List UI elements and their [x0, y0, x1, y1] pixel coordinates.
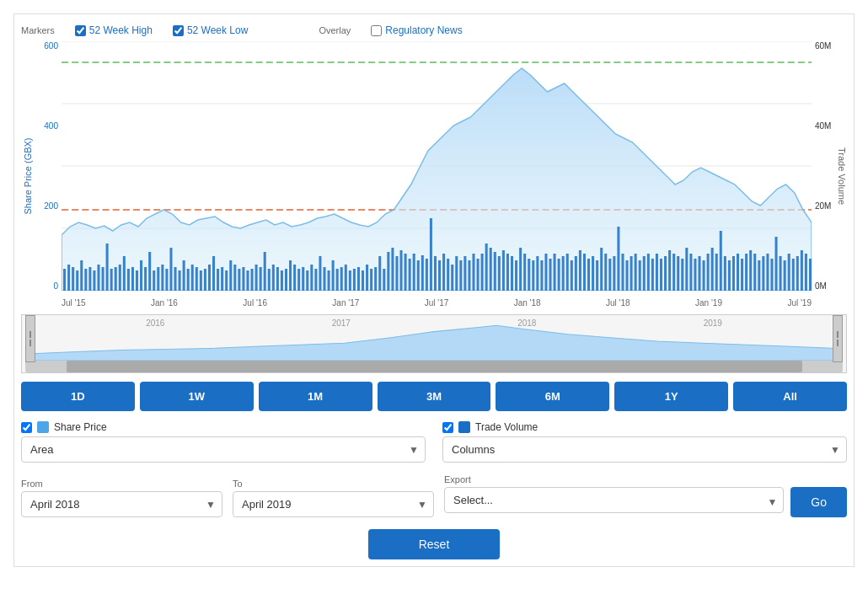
svg-rect-138	[621, 254, 624, 291]
svg-rect-172	[766, 254, 769, 291]
svg-rect-43	[217, 269, 219, 291]
btn-3m[interactable]: 3M	[378, 382, 491, 411]
chart-container: Markers 52 Week High 52 Week Low Overlay…	[13, 13, 855, 567]
svg-rect-109	[498, 256, 501, 291]
svg-rect-87	[405, 254, 407, 291]
overlay-label: Overlay	[319, 25, 351, 35]
svg-rect-7	[63, 269, 66, 291]
week-high-checkbox[interactable]	[75, 25, 86, 36]
x-axis: Jul '15 Jan '16 Jul '16 Jan '17 Jul '17 …	[62, 298, 812, 308]
svg-rect-111	[506, 254, 509, 291]
svg-rect-24	[136, 270, 138, 291]
y-axis-left-label: Share Price (GBX)	[23, 137, 33, 214]
trade-volume-checkbox[interactable]	[442, 422, 453, 433]
trade-volume-select[interactable]: Columns Line Area	[442, 436, 847, 463]
svg-rect-110	[502, 250, 505, 291]
week-high-checkbox-label[interactable]: 52 Week High	[75, 24, 153, 36]
btn-1d[interactable]: 1D	[21, 382, 135, 411]
btn-1w[interactable]: 1W	[140, 382, 254, 411]
y-axis-right-label: Trade Volume	[837, 147, 847, 205]
reg-news-checkbox-label[interactable]: Regulatory News	[371, 24, 462, 36]
svg-rect-139	[626, 260, 629, 291]
share-price-checkbox[interactable]	[21, 422, 32, 433]
svg-rect-135	[608, 259, 611, 291]
svg-rect-65	[310, 265, 313, 291]
svg-rect-124	[562, 256, 565, 291]
svg-rect-144	[647, 254, 650, 291]
main-chart-area: 600 400 200 0 Share Price (GBX) 60M 40M …	[21, 41, 847, 311]
week-high-label: 52 Week High	[89, 24, 153, 36]
svg-rect-112	[511, 256, 513, 291]
svg-rect-19	[115, 267, 117, 291]
nav-handle-left[interactable]	[25, 315, 35, 362]
svg-rect-120	[544, 254, 547, 291]
svg-rect-72	[340, 267, 343, 291]
svg-rect-10	[76, 270, 78, 291]
svg-rect-78	[366, 265, 368, 291]
reset-button[interactable]: Reset	[368, 529, 501, 559]
svg-rect-98	[451, 265, 453, 291]
btn-1m[interactable]: 1M	[259, 382, 372, 411]
svg-rect-180	[801, 250, 803, 291]
svg-rect-177	[788, 254, 790, 291]
reg-news-checkbox[interactable]	[371, 25, 382, 36]
btn-6m[interactable]: 6M	[496, 382, 609, 411]
svg-rect-125	[566, 254, 569, 291]
svg-rect-60	[289, 260, 292, 291]
svg-rect-55	[268, 269, 271, 291]
svg-rect-45	[225, 270, 228, 291]
export-select[interactable]: Select... CSV PNG PDF	[444, 487, 784, 513]
svg-rect-88	[409, 259, 411, 291]
svg-rect-105	[481, 254, 484, 291]
trade-volume-swatch	[458, 421, 470, 433]
trade-volume-select-wrapper: Columns Line Area ▼	[442, 436, 847, 463]
navigator[interactable]: 2016 2017 2018 2019	[21, 314, 847, 373]
svg-rect-156	[698, 256, 700, 291]
svg-rect-27	[148, 252, 151, 291]
svg-rect-119	[540, 260, 543, 291]
svg-rect-80	[374, 267, 377, 291]
svg-rect-92	[426, 259, 428, 291]
navigator-thumb[interactable]	[67, 361, 802, 372]
week-low-checkbox-label[interactable]: 52 Week Low	[173, 24, 249, 36]
svg-rect-91	[421, 255, 424, 291]
svg-rect-57	[276, 267, 279, 291]
svg-rect-47	[233, 265, 236, 291]
from-date-select[interactable]: April 2018 January 2018 February 2018 Ma…	[21, 491, 222, 517]
svg-rect-29	[157, 267, 159, 291]
svg-rect-30	[161, 265, 163, 291]
svg-rect-175	[780, 256, 782, 291]
svg-rect-129	[583, 254, 586, 291]
to-date-select[interactable]: April 2019 January 2019 February 2019 Ma…	[233, 491, 434, 517]
share-price-control: Share Price Area Line Candlestick ▼	[21, 421, 426, 463]
svg-rect-74	[349, 270, 351, 291]
svg-rect-142	[639, 260, 641, 291]
export-select-wrapper: Select... CSV PNG PDF ▼	[444, 487, 784, 517]
btn-all[interactable]: All	[733, 382, 847, 411]
navigator-scrollbar[interactable]	[25, 361, 843, 372]
svg-rect-56	[272, 265, 275, 291]
svg-rect-128	[579, 250, 581, 291]
share-price-select[interactable]: Area Line Candlestick	[21, 436, 426, 463]
svg-rect-154	[689, 254, 692, 291]
svg-rect-54	[264, 252, 266, 291]
svg-rect-18	[110, 269, 113, 291]
svg-rect-106	[485, 243, 488, 291]
week-low-checkbox[interactable]	[173, 25, 184, 36]
svg-rect-137	[617, 227, 619, 291]
svg-rect-46	[229, 260, 232, 291]
nav-handle-right[interactable]	[833, 315, 843, 362]
go-button[interactable]: Go	[790, 487, 847, 517]
svg-rect-121	[549, 259, 552, 291]
svg-rect-134	[604, 254, 607, 291]
svg-rect-168	[749, 250, 752, 291]
svg-rect-136	[613, 256, 615, 291]
svg-rect-31	[165, 269, 168, 291]
svg-rect-113	[515, 260, 517, 291]
svg-rect-152	[681, 259, 683, 291]
svg-rect-86	[400, 250, 403, 291]
svg-rect-84	[391, 248, 394, 291]
svg-rect-118	[536, 256, 538, 291]
btn-1y[interactable]: 1Y	[614, 382, 728, 411]
svg-rect-173	[770, 259, 773, 291]
